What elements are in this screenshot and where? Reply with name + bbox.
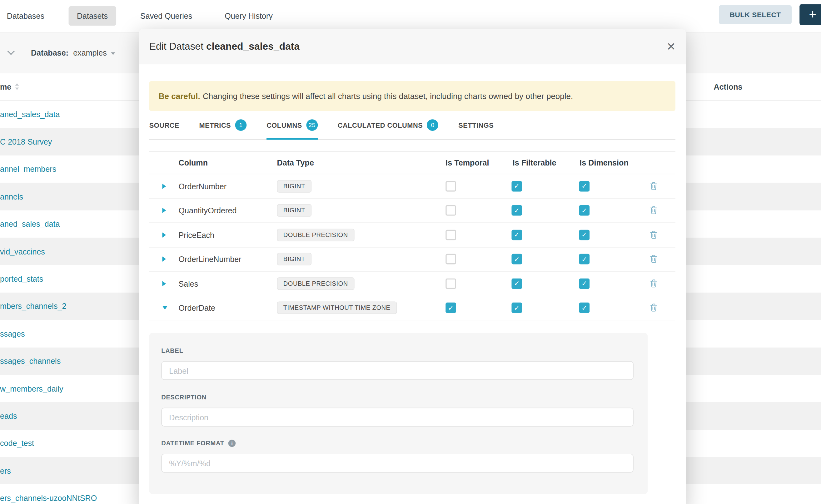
- nav-tab-datasets[interactable]: Datasets: [68, 6, 116, 26]
- tab-calculated-columns[interactable]: CALCULATED COLUMNS0: [338, 111, 439, 139]
- check-icon: ✓: [581, 280, 587, 287]
- dataset-name-link[interactable]: ssages_channels: [0, 357, 61, 365]
- is-filterable-checkbox[interactable]: ✓: [512, 181, 522, 191]
- description-input[interactable]: [161, 408, 634, 427]
- nav-tabs: DatabasesDatasetsSaved QueriesQuery Hist…: [0, 6, 281, 26]
- is-dimension-checkbox[interactable]: ✓: [579, 303, 590, 313]
- check-icon: ✓: [581, 256, 587, 263]
- check-icon: ✓: [514, 207, 520, 214]
- expand-caret-icon[interactable]: [162, 208, 166, 213]
- label-input[interactable]: [161, 361, 634, 380]
- expand-caret-icon[interactable]: [162, 257, 166, 262]
- database-filter-value[interactable]: examples: [73, 48, 107, 57]
- dataset-name-link[interactable]: C 2018 Survey: [0, 137, 52, 146]
- tab-metrics[interactable]: METRICS1: [199, 111, 247, 139]
- column-name: OrderLineNumber: [179, 255, 241, 264]
- is-dimension-checkbox[interactable]: ✓: [579, 205, 590, 216]
- check-icon: ✓: [514, 231, 520, 238]
- dropdown-caret-icon[interactable]: [111, 52, 115, 55]
- edit-dataset-modal: Edit Dataset cleaned_sales_data × Be car…: [139, 29, 686, 504]
- dataset-name-link[interactable]: ers: [0, 466, 11, 475]
- label-field-label: LABEL: [161, 347, 183, 354]
- expand-caret-icon[interactable]: [162, 232, 166, 238]
- nav-tab-saved-queries[interactable]: Saved Queries: [132, 6, 200, 26]
- column-header-column: Column: [179, 158, 208, 167]
- is-temporal-checkbox[interactable]: ✓: [446, 303, 456, 313]
- tab-columns[interactable]: COLUMNS25: [266, 111, 318, 139]
- trash-icon: [650, 182, 658, 190]
- is-filterable-checkbox[interactable]: ✓: [512, 205, 522, 216]
- check-icon: ✓: [514, 256, 520, 263]
- dataset-name-link[interactable]: vid_vaccines: [0, 247, 45, 255]
- is-dimension-checkbox[interactable]: ✓: [579, 181, 590, 191]
- datetime-format-input[interactable]: [161, 454, 634, 472]
- dataset-name-link[interactable]: ers_channels-uzooNNtSRO: [0, 494, 97, 502]
- is-temporal-checkbox[interactable]: [446, 181, 456, 191]
- is-dimension-checkbox[interactable]: ✓: [579, 278, 590, 289]
- column-header-is-filterable: Is Filterable: [513, 158, 557, 167]
- data-type-pill: BIGINT: [277, 180, 311, 192]
- is-dimension-checkbox[interactable]: ✓: [579, 254, 590, 264]
- dataset-name-link[interactable]: mbers_channels_2: [0, 302, 66, 310]
- collapse-chevron-icon[interactable]: [7, 47, 15, 55]
- info-icon[interactable]: i: [228, 440, 235, 447]
- check-icon: ✓: [514, 304, 520, 311]
- column-header-is-temporal: Is Temporal: [446, 158, 489, 167]
- tab-settings[interactable]: SETTINGS: [458, 111, 494, 139]
- is-temporal-checkbox[interactable]: [446, 230, 456, 240]
- name-column-header[interactable]: me: [0, 82, 11, 91]
- sort-icon[interactable]: [14, 83, 19, 90]
- is-temporal-checkbox[interactable]: [446, 205, 456, 216]
- bulk-select-button[interactable]: BULK SELECT: [719, 5, 792, 24]
- check-icon: ✓: [581, 304, 587, 311]
- is-temporal-checkbox[interactable]: [446, 278, 456, 289]
- collapse-caret-icon[interactable]: [162, 306, 168, 310]
- add-button[interactable]: +: [799, 4, 821, 25]
- columns-table: Column Data Type Is Temporal Is Filterab…: [149, 151, 675, 320]
- dataset-name-link[interactable]: code_test: [0, 439, 34, 447]
- delete-column-button[interactable]: [650, 182, 658, 190]
- dataset-name-link[interactable]: annel_members: [0, 165, 56, 173]
- is-filterable-checkbox[interactable]: ✓: [512, 230, 522, 240]
- modal-body: Be careful.Changing these settings will …: [139, 81, 686, 494]
- modal-tabs: SOURCEMETRICS1COLUMNS25CALCULATED COLUMN…: [149, 111, 675, 140]
- data-type-pill: TIMESTAMP WITHOUT TIME ZONE: [277, 302, 397, 314]
- warning-text: Changing these settings will affect all …: [203, 91, 573, 101]
- nav-tab-databases[interactable]: Databases: [7, 6, 53, 26]
- dataset-name-link[interactable]: annels: [0, 192, 23, 201]
- delete-column-button[interactable]: [650, 255, 658, 264]
- expand-caret-icon[interactable]: [162, 281, 166, 286]
- is-temporal-checkbox[interactable]: [446, 254, 456, 264]
- close-icon[interactable]: ×: [667, 39, 675, 54]
- check-icon: ✓: [514, 280, 520, 287]
- dataset-name-link[interactable]: ssages: [0, 329, 25, 338]
- expand-caret-icon[interactable]: [162, 184, 166, 189]
- is-filterable-checkbox[interactable]: ✓: [512, 303, 522, 313]
- is-filterable-checkbox[interactable]: ✓: [512, 278, 522, 289]
- dataset-name-link[interactable]: eads: [0, 411, 17, 420]
- tab-source[interactable]: SOURCE: [149, 111, 179, 139]
- delete-column-button[interactable]: [650, 206, 658, 215]
- tab-count-badge: 0: [427, 119, 439, 131]
- nav-tab-query-history[interactable]: Query History: [216, 6, 281, 26]
- dataset-name-link[interactable]: w_members_daily: [0, 384, 63, 393]
- actions-column-header: Actions: [714, 82, 742, 91]
- column-row: OrderDateTIMESTAMP WITHOUT TIME ZONE✓✓✓: [149, 296, 675, 320]
- trash-icon: [650, 206, 658, 215]
- trash-icon: [650, 304, 658, 312]
- is-dimension-checkbox[interactable]: ✓: [579, 230, 590, 240]
- dataset-name-link[interactable]: ported_stats: [0, 274, 43, 283]
- dataset-name-link[interactable]: aned_sales_data: [0, 220, 60, 228]
- warning-banner: Be careful.Changing these settings will …: [149, 81, 675, 111]
- check-icon: ✓: [514, 183, 520, 190]
- is-filterable-checkbox[interactable]: ✓: [512, 254, 522, 264]
- dataset-name-link[interactable]: aned_sales_data: [0, 110, 60, 118]
- delete-column-button[interactable]: [650, 279, 658, 288]
- delete-column-button[interactable]: [650, 304, 658, 312]
- delete-column-button[interactable]: [650, 230, 658, 239]
- check-icon: ✓: [581, 207, 587, 214]
- description-field-label: DESCRIPTION: [161, 393, 206, 401]
- tab-label: COLUMNS: [266, 121, 302, 129]
- top-nav: DatabasesDatasetsSaved QueriesQuery Hist…: [0, 0, 821, 32]
- column-name: QuantityOrdered: [179, 206, 237, 215]
